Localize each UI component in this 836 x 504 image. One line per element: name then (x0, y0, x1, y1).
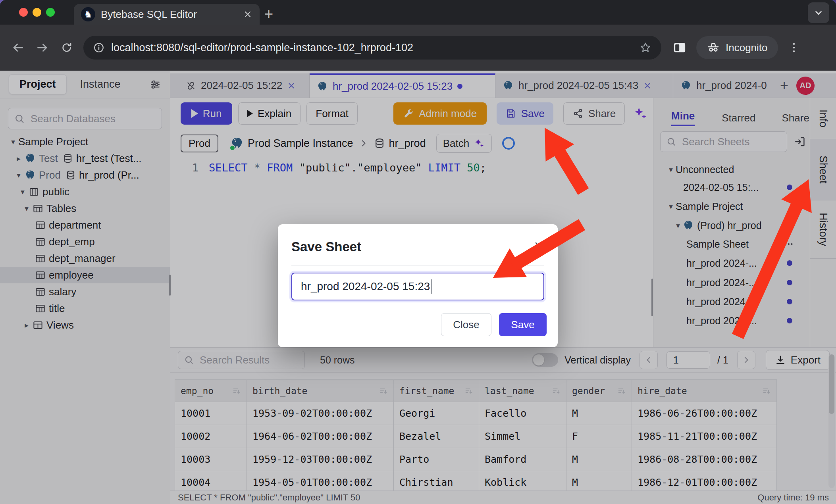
results-search-input[interactable] (199, 354, 299, 367)
cell[interactable]: 1986-06-26T00:00:00Z (632, 402, 777, 425)
database-search[interactable] (8, 108, 162, 129)
editor-tab-3[interactable]: hr_prod 2024-02-05 15:43 (495, 73, 673, 98)
admin-mode-button[interactable]: Admin mode (393, 102, 487, 125)
tree-item-table-department[interactable]: department (0, 217, 170, 233)
tree-item-prod-database[interactable]: ▾ Prod hr_prod (Pr... (0, 167, 170, 183)
filter-settings-icon[interactable] (149, 79, 161, 90)
new-tab-button[interactable]: + (264, 5, 273, 23)
sidebar-resize-handle[interactable] (169, 275, 171, 296)
window-minimize-button[interactable] (33, 8, 41, 17)
window-zoom-button[interactable] (46, 8, 55, 17)
reload-icon[interactable] (60, 41, 73, 54)
sheet-group-sample-project[interactable]: ▾ Sample Project (653, 198, 810, 215)
cell[interactable]: 10002 (175, 425, 247, 448)
window-close-button[interactable] (19, 8, 28, 17)
tree-item-table-employee[interactable]: employee (0, 267, 170, 283)
sort-icon[interactable] (552, 387, 561, 395)
prev-page-button[interactable] (640, 351, 658, 369)
environment-chip[interactable]: Prod (181, 135, 218, 152)
sheet-item[interactable]: 2024-02-05 15:... (653, 179, 810, 196)
run-button[interactable]: Run (181, 102, 232, 125)
tab-history[interactable]: History (810, 200, 836, 259)
browser-tab[interactable]: ♞ Bytebase SQL Editor (74, 4, 260, 25)
tab-close-icon[interactable] (243, 10, 252, 19)
cell[interactable]: 1953-09-02T00:00:00Z (247, 402, 394, 425)
cell[interactable]: 1964-06-02T00:00:00Z (247, 425, 394, 448)
avatar[interactable]: AD (796, 77, 815, 95)
editor-tab-4[interactable]: hr_prod 2024-0 (673, 73, 774, 98)
import-sheet-icon[interactable] (794, 135, 806, 148)
cell[interactable]: Chirstian (394, 471, 479, 491)
sheet-item-sample-sheet[interactable]: Sample Sheet (653, 235, 810, 253)
cell[interactable]: Georgi (394, 402, 479, 425)
cell[interactable]: Parto (394, 448, 479, 471)
results-search[interactable] (178, 351, 305, 369)
page-number-input[interactable]: 1 (666, 351, 710, 369)
explain-button[interactable]: Explain (238, 102, 300, 125)
cell[interactable]: Bezalel (394, 425, 479, 448)
tab-project[interactable]: Project (9, 74, 67, 94)
editor-tab-1[interactable]: 2024-02-05 15:22 (179, 73, 310, 98)
sort-icon[interactable] (617, 387, 626, 395)
site-info-icon[interactable] (93, 42, 105, 54)
ai-assist-ring-icon[interactable] (502, 137, 515, 150)
column-header[interactable]: emp_no (175, 379, 247, 402)
share-button[interactable]: Share (563, 102, 625, 125)
column-header[interactable]: birth_date (247, 379, 394, 402)
back-icon[interactable] (11, 41, 25, 54)
column-header[interactable]: first_name (394, 379, 479, 402)
address-bar[interactable]: localhost:8080/sql-editor/prod-sample-in… (83, 36, 661, 60)
tree-item-table-dept-emp[interactable]: dept_emp (0, 233, 170, 250)
sort-icon[interactable] (379, 387, 388, 395)
sheet-search[interactable] (660, 131, 787, 152)
cell[interactable]: M (566, 448, 632, 471)
cell[interactable]: 1954-05-01T00:00:00Z (247, 471, 394, 491)
cell[interactable]: 1985-11-21T00:00:00Z (632, 425, 777, 448)
table-row[interactable]: 10002 1964-06-02T00:00:00Z Bezalel Simme… (175, 425, 777, 448)
cell[interactable]: 10003 (175, 448, 247, 471)
tab-starred[interactable]: Starred (722, 112, 755, 124)
vertical-display-toggle[interactable] (532, 353, 558, 367)
table-row[interactable]: 10004 1954-05-01T00:00:00Z Chirstian Kob… (175, 471, 777, 491)
scrollbar-thumb[interactable] (829, 354, 834, 414)
export-button[interactable]: Export (766, 350, 830, 370)
batch-button[interactable]: Batch (436, 134, 492, 153)
table-row[interactable]: 10001 1953-09-02T00:00:00Z Georgi Facell… (175, 402, 777, 425)
tree-item-views[interactable]: ▸ Views (0, 317, 170, 333)
sheet-group-prod-hr-prod[interactable]: ▾ (Prod) hr_prod (653, 217, 810, 234)
instance-name[interactable]: Prod Sample Instance (248, 137, 353, 150)
sheet-item[interactable]: hr_prod 2024-... (653, 274, 810, 291)
sheet-search-input[interactable] (681, 135, 781, 148)
database-name[interactable]: hr_prod (389, 137, 426, 150)
format-button[interactable]: Format (306, 102, 357, 125)
cell[interactable]: 10001 (175, 402, 247, 425)
sheet-group-unconnected[interactable]: ▾ Unconnected (653, 161, 810, 178)
cell[interactable]: Facello (479, 402, 566, 425)
dialog-close-button[interactable]: Close (441, 313, 491, 336)
cell[interactable]: 1986-08-28T00:00:00Z (632, 448, 777, 471)
tree-item-test-database[interactable]: ▸ Test hr_test (Test... (0, 150, 170, 167)
dialog-save-button[interactable]: Save (499, 313, 547, 336)
forward-icon[interactable] (36, 41, 49, 54)
tab-info[interactable]: Info (810, 98, 836, 139)
sort-icon[interactable] (232, 387, 241, 395)
sql-editor-line[interactable]: 1 SELECT * FROM "public"."employee" LIMI… (170, 162, 486, 174)
more-menu-icon[interactable] (784, 239, 794, 249)
close-icon[interactable] (643, 81, 652, 90)
sheet-item[interactable]: hr_prod 2024-... (653, 293, 810, 310)
tree-item-table-title[interactable]: title (0, 300, 170, 317)
tab-sheet[interactable]: Sheet (810, 139, 836, 200)
ai-sparkles-icon[interactable] (632, 106, 648, 121)
cell[interactable]: 1986-12-01T00:00:00Z (632, 471, 777, 491)
cell[interactable]: Bamford (479, 448, 566, 471)
cell[interactable]: M (566, 471, 632, 491)
cell[interactable]: Koblick (479, 471, 566, 491)
add-sheet-button[interactable]: + (774, 77, 794, 94)
save-sheet-button[interactable]: Save (497, 102, 553, 125)
panel-resize-handle[interactable] (651, 279, 653, 316)
sheet-title-input[interactable]: hr_prod 2024-02-05 15:23 (291, 273, 544, 300)
sheet-item[interactable]: hr_prod 2024-... (653, 254, 810, 272)
column-header[interactable]: hire_date (632, 379, 777, 402)
cell[interactable]: Simmel (479, 425, 566, 448)
tree-item-schema-public[interactable]: ▾ public (0, 183, 170, 200)
